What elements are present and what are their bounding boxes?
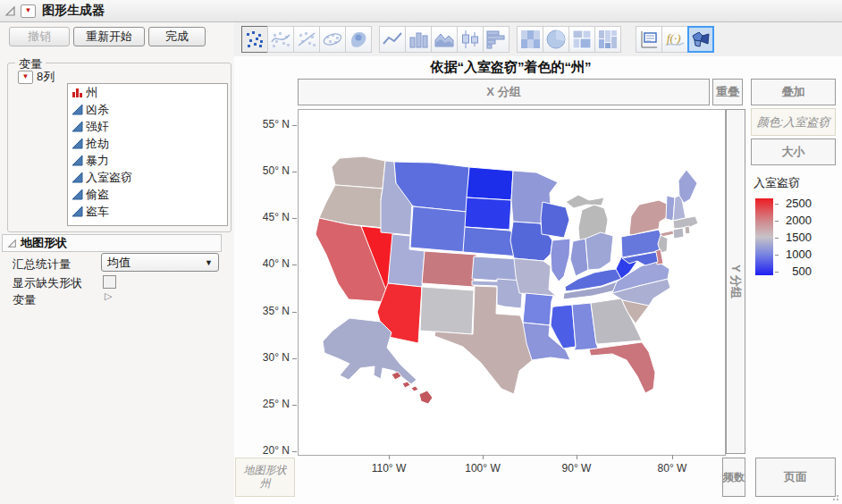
legend-tick-label: 1000 (779, 248, 812, 261)
disclosure-right-icon[interactable]: ▷ (105, 290, 112, 302)
map-shape-panel-header[interactable]: 地图形状 (2, 234, 222, 252)
state-shape-NM[interactable] (420, 287, 474, 334)
window-title: 图形生成器 (42, 3, 105, 19)
overlay-dropzone[interactable]: 叠加 (751, 79, 836, 105)
collapse-triangle-icon[interactable] (7, 239, 17, 248)
done-button[interactable]: 完成 (148, 27, 206, 46)
heatmap-icon[interactable] (517, 26, 543, 53)
legend-tick-label: 500 (779, 265, 812, 278)
state-shape-RI[interactable] (685, 226, 690, 234)
summary-statistic-dropdown[interactable]: 均值 ▼ (101, 253, 219, 272)
map-shape-dropzone[interactable]: 地图形状 州 (235, 458, 295, 497)
state-shape-CT[interactable] (673, 228, 684, 239)
column-item-入室盗窃[interactable]: 入室盗窃 (68, 169, 227, 186)
y-axis-tick-label: 30° N (231, 351, 290, 364)
map-plot-frame (298, 109, 726, 456)
columns-red-triangle-icon[interactable]: ▼ (18, 71, 33, 84)
state-shape-SD[interactable] (465, 197, 511, 230)
state-shape-OH[interactable] (585, 232, 613, 270)
column-item-强奸[interactable]: 强奸 (68, 118, 227, 135)
contour-icon[interactable] (345, 26, 372, 53)
y-axis-tick-label: 25° N (231, 398, 290, 410)
state-shape-WY[interactable] (410, 206, 467, 252)
map-shape-panel-title: 地图形状 (21, 235, 67, 251)
state-shape-ND[interactable] (467, 167, 513, 200)
columns-count-label: 8列 (37, 69, 55, 85)
smoother-icon[interactable] (267, 26, 294, 53)
y-axis-tick (292, 405, 297, 406)
column-label: 强奸 (86, 119, 109, 135)
state-shape-IL[interactable] (551, 239, 570, 281)
treemap-icon[interactable] (568, 26, 595, 53)
box-plot-icon[interactable] (457, 26, 484, 53)
state-shape-MO[interactable] (514, 258, 556, 296)
chart-type-toolbar: f(·) (241, 26, 721, 53)
map-shapes-icon[interactable] (687, 26, 714, 53)
y-axis-tick (292, 218, 297, 219)
x-axis-tick-label: 90° W (548, 462, 605, 475)
line-chart-icon[interactable] (379, 26, 406, 53)
pie-chart-icon[interactable] (543, 26, 569, 53)
column-item-凶杀[interactable]: 凶杀 (68, 101, 227, 118)
column-label: 暴力 (86, 153, 109, 169)
legend-tick (775, 221, 779, 222)
formula-icon[interactable]: f(·) (661, 26, 688, 53)
column-item-盗车[interactable]: 盗车 (68, 203, 227, 220)
area-chart-icon[interactable] (431, 26, 458, 53)
freq-dropzone[interactable]: 频数 (722, 458, 745, 497)
mosaic-icon[interactable] (594, 26, 621, 53)
graph-title: 依据“入室盗窃”着色的“州” (298, 59, 724, 76)
state-shape-WA[interactable] (332, 156, 385, 189)
column-item-州[interactable]: 州 (68, 84, 227, 101)
caption-box-icon[interactable] (636, 26, 662, 53)
state-shape-IN[interactable] (570, 239, 588, 276)
y-axis-tick-label: 50° N (231, 164, 290, 177)
resize-grip[interactable] (829, 493, 838, 500)
restart-button[interactable]: 重新开始 (73, 27, 145, 46)
undo-button[interactable]: 撤销 (9, 27, 70, 46)
toolbar-group: f(·) (636, 26, 713, 53)
state-shape-FL[interactable] (589, 342, 655, 393)
state-shape-AR[interactable] (523, 293, 553, 325)
y-axis-tick-label: 35° N (231, 305, 290, 317)
legend-tick-label: 2500 (779, 197, 812, 210)
column-item-暴力[interactable]: 暴力 (68, 152, 227, 169)
page-dropzone[interactable]: 页面 (755, 458, 836, 497)
collapse-triangle-icon[interactable] (4, 5, 16, 17)
legend-tick (775, 238, 779, 239)
ellipse-icon[interactable] (319, 26, 346, 53)
column-item-偷盗[interactable]: 偷盗 (68, 186, 227, 203)
columns-listbox[interactable]: 州凶杀强奸抢劫暴力入室盗窃偷盗盗车 (67, 83, 228, 226)
bar-chart-icon[interactable] (405, 26, 432, 53)
fit-line-icon[interactable] (293, 26, 320, 53)
red-triangle-menu-icon[interactable]: ▼ (21, 4, 36, 18)
state-shape-CO[interactable] (422, 251, 476, 287)
column-label: 偷盗 (86, 187, 109, 203)
x-group-dropzone[interactable]: X 分组 (298, 79, 710, 105)
y-axis-tick-label: 55° N (231, 118, 290, 130)
summary-statistic-value: 均值 (107, 255, 131, 271)
y-axis-tick (292, 451, 297, 452)
column-label: 凶杀 (86, 102, 109, 118)
histogram-icon[interactable] (483, 26, 509, 53)
y-axis-tick (292, 358, 297, 359)
summary-statistic-label: 汇总统计量 (13, 256, 71, 273)
us-choropleth-map[interactable] (299, 110, 725, 455)
legend-gradient[interactable] (755, 198, 773, 275)
state-shape-WI[interactable] (541, 202, 569, 238)
x-axis-tick (577, 455, 577, 459)
overlap-dropzone[interactable]: 重叠 (712, 79, 743, 105)
column-label: 抢劫 (86, 136, 109, 152)
color-dropzone[interactable]: 颜色:入室盗窃 (751, 108, 836, 136)
legend-tick-label: 2000 (779, 214, 812, 227)
y-axis-tick (292, 125, 297, 126)
size-dropzone[interactable]: 大小 (751, 139, 836, 165)
y-axis-tick-label: 45° N (231, 211, 290, 223)
column-item-抢劫[interactable]: 抢劫 (68, 135, 227, 152)
show-missing-checkbox[interactable] (103, 275, 116, 289)
column-label: 盗车 (86, 204, 109, 220)
y-group-dropzone[interactable]: Y 分组 (726, 109, 745, 454)
scatter-icon[interactable] (241, 26, 268, 53)
toolbar-group (379, 26, 509, 53)
state-shape-ME[interactable] (678, 170, 697, 203)
